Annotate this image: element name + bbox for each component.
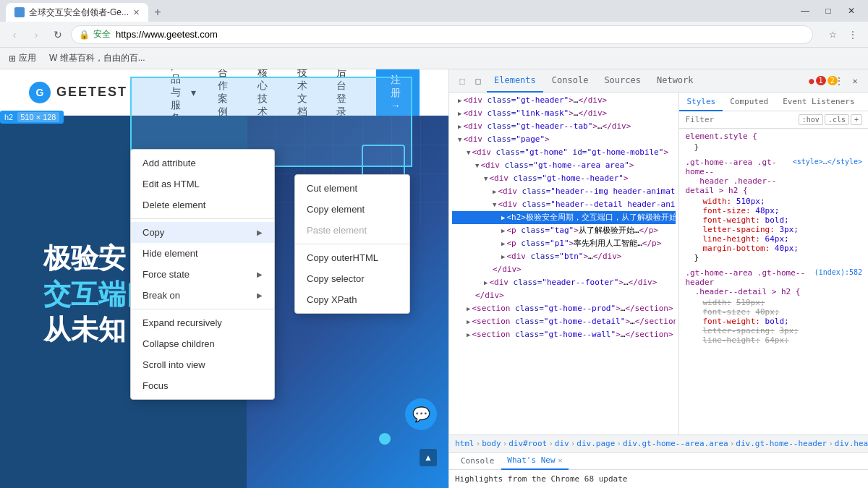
breadcrumb-html[interactable]: html — [455, 439, 475, 448]
devtools-error-indicator[interactable]: ● 1 2 — [816, 74, 830, 88]
nav-docs[interactable]: 技术文档 — [297, 69, 315, 119]
submenu-cut-element[interactable]: Cut element — [295, 178, 409, 199]
menu-break-on[interactable]: Break on ▶ — [131, 285, 274, 306]
triangle-icon-8[interactable]: ▶ — [493, 188, 496, 195]
devtools-tab-sources[interactable]: Sources — [597, 69, 648, 93]
close-button[interactable]: ✕ — [841, 0, 862, 22]
menu-force-state[interactable]: Force state ▶ — [131, 264, 274, 285]
console-tab-whatsnew[interactable]: What's New ✕ — [501, 453, 568, 470]
html-line-1[interactable]: ▶<div class="gt-header">…</div> — [452, 94, 676, 107]
styles-tab-event-listeners[interactable]: Event Listeners — [775, 93, 861, 111]
minimize-button[interactable]: — — [794, 0, 816, 22]
html-line-16[interactable]: </div> — [452, 289, 676, 302]
submenu-copy-xpath[interactable]: Copy XPath — [295, 289, 409, 310]
triangle-icon-6[interactable]: ▼ — [475, 162, 479, 169]
breadcrumb-header[interactable]: div.gt-home--header — [736, 439, 827, 448]
menu-button[interactable]: ⋮ — [843, 25, 862, 44]
breadcrumb-area[interactable]: div.gt-home--area.area — [623, 439, 728, 448]
forward-button[interactable]: › — [27, 26, 45, 43]
back-button[interactable]: ‹ — [6, 26, 23, 43]
refresh-button[interactable]: ↻ — [49, 26, 67, 43]
menu-copy[interactable]: Copy ▶ — [131, 222, 274, 243]
menu-collapse-children[interactable]: Collapse children — [131, 333, 274, 354]
triangle-icon-19[interactable]: ▶ — [467, 331, 470, 338]
triangle-icon-15[interactable]: ▶ — [484, 279, 488, 286]
html-line-8[interactable]: ▶<div class="header--img header-animat… — [452, 185, 676, 198]
styles-filter-input[interactable] — [685, 115, 795, 124]
html-line-7[interactable]: ▼<div class="gt-home--header"> — [452, 172, 676, 185]
breadcrumb-div[interactable]: div — [555, 439, 569, 448]
html-line-13[interactable]: ▶<div class="btn">…</div> — [452, 250, 676, 263]
bookmark-button[interactable]: ☆ — [823, 25, 842, 44]
triangle-icon-17[interactable]: ▶ — [467, 305, 470, 312]
html-line-5[interactable]: ▼<div class="gt-home" id="gt-home-mobile… — [452, 146, 676, 159]
address-input[interactable]: 🔒 安全 https://www.geetest.com — [71, 25, 813, 44]
devtools-close-button[interactable]: ✕ — [848, 74, 862, 88]
submenu-copy-selector[interactable]: Copy selector — [295, 268, 409, 289]
breadcrumb-body[interactable]: body — [482, 439, 501, 448]
triangle-icon-11[interactable]: ▶ — [501, 227, 505, 234]
html-line-6[interactable]: ▼<div class="gt-home--area area"> — [452, 159, 676, 172]
submenu-copy-outerhtml[interactable]: Copy outerHTML — [295, 247, 409, 268]
devtools-tab-network[interactable]: Network — [650, 69, 701, 93]
bookmark-wikipedia[interactable]: W 维基百科，自由的百... — [46, 51, 148, 66]
tab-close-button[interactable]: ✕ — [133, 8, 140, 17]
triangle-icon-4[interactable]: ▼ — [458, 136, 461, 143]
nav-cases[interactable]: 合作案例 — [218, 69, 236, 119]
devtools-tab-console[interactable]: Console — [545, 69, 596, 93]
register-button[interactable]: 注册 → — [376, 69, 420, 117]
chat-button[interactable]: 💬 — [405, 398, 437, 430]
html-line-18[interactable]: ▶<section class="gt-home--detail">…</sec… — [452, 315, 676, 328]
menu-edit-html[interactable]: Edit as HTML — [131, 174, 274, 194]
cls-button[interactable]: .cls — [825, 114, 849, 125]
menu-focus[interactable]: Focus — [131, 375, 274, 396]
add-style-button[interactable]: + — [851, 114, 862, 125]
devtools-box-icon[interactable]: □ — [471, 74, 485, 88]
triangle-icon-1[interactable]: ▶ — [458, 97, 461, 104]
hov-button[interactable]: :hov — [799, 114, 823, 125]
html-line-9[interactable]: ▼<div class="header--detail header-ani… — [452, 198, 676, 211]
html-line-11[interactable]: ▶<p class="tag">从了解极验开始…</p> — [452, 224, 676, 237]
menu-scroll-into-view[interactable]: Scroll into view — [131, 354, 274, 375]
active-tab[interactable]: 全球交互安全创领者-Ge... ✕ — [6, 3, 148, 22]
breadcrumb-page[interactable]: div.page — [576, 439, 615, 448]
new-tab-button[interactable]: + — [148, 3, 167, 22]
submenu-copy-element[interactable]: Copy element — [295, 199, 409, 220]
style-source-2: (index):582 — [814, 268, 862, 298]
triangle-icon-12[interactable]: ▶ — [501, 240, 505, 247]
scroll-up-button[interactable]: ▲ — [420, 449, 437, 466]
html-line-10[interactable]: ▶<h2>极验安全周期，交互端口，从了解极验开始…</h2> — [452, 211, 676, 224]
bookmark-apps[interactable]: ⊞ 应用 — [6, 51, 39, 66]
nav-login[interactable]: 后台登录 — [336, 69, 354, 119]
triangle-icon-7[interactable]: ▼ — [484, 175, 488, 182]
html-line-17[interactable]: ▶<section class="gt-home--prod">…</secti… — [452, 302, 676, 315]
menu-delete-element[interactable]: Delete element — [131, 194, 274, 215]
whats-new-close-button[interactable]: ✕ — [558, 456, 563, 464]
menu-hide-element[interactable]: Hide element — [131, 243, 274, 264]
breadcrumb-detail[interactable]: div.header--detail.header-animation — [835, 439, 868, 448]
nav-tech[interactable]: 核心技术 — [258, 69, 276, 119]
html-line-3[interactable]: ▶<div class="gt-header--tab">…</div> — [452, 120, 676, 133]
maximize-button[interactable]: □ — [817, 0, 839, 22]
styles-tab-styles[interactable]: Styles — [679, 93, 723, 111]
html-line-2[interactable]: ▶<div class="link-mask">…</div> — [452, 107, 676, 120]
triangle-icon-13[interactable]: ▶ — [501, 253, 505, 260]
html-line-14[interactable]: </div> — [452, 263, 676, 276]
styles-tab-computed[interactable]: Computed — [723, 93, 775, 111]
triangle-icon-9[interactable]: ▼ — [493, 201, 496, 208]
devtools-more-button[interactable]: ⋮ — [832, 74, 846, 88]
devtools-cursor-icon[interactable]: ⬚ — [455, 74, 469, 88]
html-line-12[interactable]: ▶<p class="p1">率先利用人工智能…</p> — [452, 237, 676, 250]
html-line-19[interactable]: ▶<section class="gt-home--wall">…</secti… — [452, 328, 676, 341]
console-tab-console[interactable]: Console — [455, 453, 500, 470]
triangle-icon-18[interactable]: ▶ — [467, 318, 470, 325]
triangle-icon-2[interactable]: ▶ — [458, 110, 461, 117]
menu-add-attribute[interactable]: Add attribute — [131, 153, 274, 174]
triangle-icon-3[interactable]: ▶ — [458, 123, 461, 130]
html-line-15[interactable]: ▶<div class="header--footer">…</div> — [452, 276, 676, 289]
devtools-tab-elements[interactable]: Elements — [487, 69, 543, 93]
menu-expand-recursively[interactable]: Expand recursively — [131, 312, 274, 333]
breadcrumb-divroot[interactable]: div#root — [509, 439, 547, 448]
html-line-4[interactable]: ▼<div class="page"> — [452, 133, 676, 146]
triangle-icon-5[interactable]: ▼ — [467, 149, 470, 156]
